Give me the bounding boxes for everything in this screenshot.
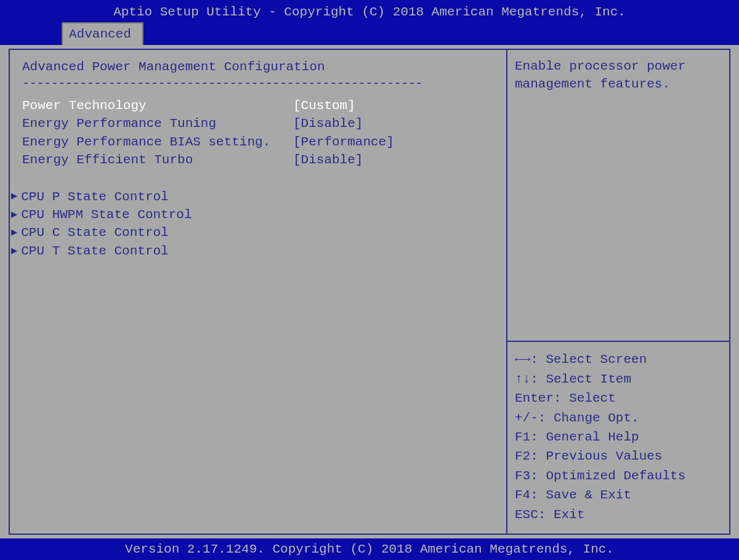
option-label: Energy Efficient Turbo — [22, 151, 293, 169]
submenu-label: CPU HWPM State Control — [21, 206, 192, 224]
arrow-right-icon: ▶ — [11, 208, 17, 222]
submenu-label: CPU C State Control — [21, 224, 168, 241]
help-text: Enable processor power management featur… — [507, 50, 729, 342]
option-label: Power Technology — [22, 97, 293, 115]
header-title: Aptio Setup Utility - Copyright (C) 2018… — [0, 0, 739, 22]
submenu-label: CPU P State Control — [21, 188, 168, 206]
option-energy-performance-bias[interactable]: Energy Performance BIAS setting. [Perfor… — [22, 133, 494, 151]
option-energy-performance-tuning[interactable]: Energy Performance Tuning [Disable] — [22, 115, 494, 132]
submenu-cpu-hwpm-state[interactable]: ▶ CPU HWPM State Control — [11, 206, 494, 224]
arrow-right-icon: ▶ — [11, 244, 17, 259]
option-value: [Custom] — [293, 97, 355, 115]
submenu-cpu-t-state[interactable]: ▶ CPU T State Control — [11, 242, 494, 260]
side-panel: Enable processor power management featur… — [507, 50, 729, 534]
submenu-label: CPU T State Control — [21, 242, 168, 260]
legend-select-screen: ←→: Select Screen — [515, 351, 722, 368]
legend-change-opt: +/-: Change Opt. — [515, 409, 722, 427]
option-value: [Disable] — [293, 151, 363, 169]
bios-window: Aptio Setup Utility - Copyright (C) 2018… — [0, 0, 739, 560]
submenu-cpu-p-state[interactable]: ▶ CPU P State Control — [11, 188, 494, 206]
settings-panel: Advanced Power Management Configuration … — [10, 50, 507, 534]
footer-version: Version 2.17.1249. Copyright (C) 2018 Am… — [0, 538, 739, 560]
option-energy-efficient-turbo[interactable]: Energy Efficient Turbo [Disable] — [22, 151, 494, 169]
option-label: Energy Performance Tuning — [22, 115, 293, 132]
option-power-technology[interactable]: Power Technology [Custom] — [22, 97, 494, 115]
spacer — [22, 169, 494, 188]
tab-bar: Advanced — [0, 22, 739, 45]
key-legend: ←→: Select Screen ↑↓: Select Item Enter:… — [507, 342, 729, 534]
section-title: Advanced Power Management Configuration — [22, 60, 494, 74]
arrow-right-icon: ▶ — [11, 189, 17, 204]
legend-save-exit: F4: Save & Exit — [515, 486, 722, 504]
legend-previous-values: F2: Previous Values — [515, 447, 722, 465]
option-value: [Disable] — [293, 115, 363, 132]
tab-advanced[interactable]: Advanced — [62, 22, 143, 45]
content-area: Advanced Power Management Configuration … — [9, 49, 730, 535]
legend-select-item: ↑↓: Select Item — [515, 370, 722, 388]
help-line: management features. — [515, 75, 722, 93]
divider: ----------------------------------------… — [22, 76, 494, 91]
option-label: Energy Performance BIAS setting. — [22, 133, 293, 151]
help-line: Enable processor power — [515, 57, 722, 75]
option-value: [Performance] — [293, 133, 394, 151]
arrow-right-icon: ▶ — [11, 225, 17, 240]
legend-optimized-defaults: F3: Optimized Defaults — [515, 467, 722, 485]
legend-enter: Enter: Select — [515, 389, 722, 407]
legend-general-help: F1: General Help — [515, 428, 722, 446]
legend-esc-exit: ESC: Exit — [515, 506, 722, 524]
submenu-cpu-c-state[interactable]: ▶ CPU C State Control — [11, 224, 494, 241]
